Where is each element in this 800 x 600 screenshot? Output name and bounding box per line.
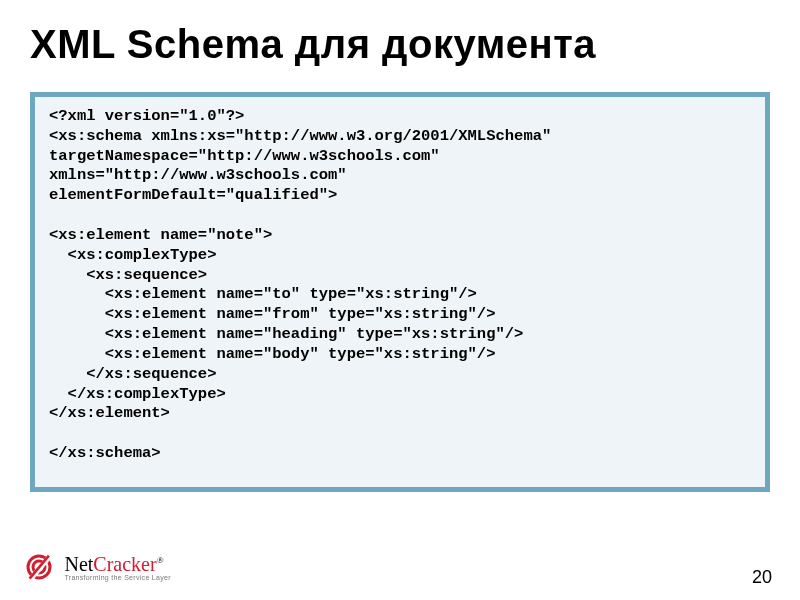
code-line: xmlns="http://www.w3schools.com" <box>49 166 347 184</box>
code-line: targetNamespace="http://www.w3schools.co… <box>49 147 440 165</box>
code-line: <xs:element name="heading" type="xs:stri… <box>49 325 523 343</box>
logo-mark-icon <box>24 552 54 582</box>
code-line: <?xml version="1.0"?> <box>49 107 244 125</box>
code-line: <xs:sequence> <box>49 266 207 284</box>
code-line: </xs:element> <box>49 404 170 422</box>
code-line: elementFormDefault="qualified"> <box>49 186 337 204</box>
code-line: <xs:element name="note"> <box>49 226 272 244</box>
code-line: <xs:element name="to" type="xs:string"/> <box>49 285 477 303</box>
brand-logo: NetCracker® Transforming the Service Lay… <box>24 552 171 588</box>
slide: XML Schema для документа <?xml version="… <box>0 0 800 600</box>
brand-text: NetCracker® Transforming the Service Lay… <box>64 553 170 581</box>
code-line: <xs:element name="body" type="xs:string"… <box>49 345 495 363</box>
code-line: <xs:element name="from" type="xs:string"… <box>49 305 495 323</box>
code-line: <xs:complexType> <box>49 246 216 264</box>
code-line: </xs:schema> <box>49 444 161 462</box>
brand-tagline: Transforming the Service Layer <box>64 574 170 581</box>
brand-name: NetCracker® <box>64 553 170 576</box>
code-block: <?xml version="1.0"?> <xs:schema xmlns:x… <box>30 92 770 492</box>
slide-footer: NetCracker® Transforming the Service Lay… <box>20 538 780 588</box>
code-line: <xs:schema xmlns:xs="http://www.w3.org/2… <box>49 127 551 145</box>
page-number: 20 <box>752 567 772 588</box>
code-line: </xs:sequence> <box>49 365 216 383</box>
code-line: </xs:complexType> <box>49 385 226 403</box>
slide-title: XML Schema для документа <box>30 22 596 67</box>
